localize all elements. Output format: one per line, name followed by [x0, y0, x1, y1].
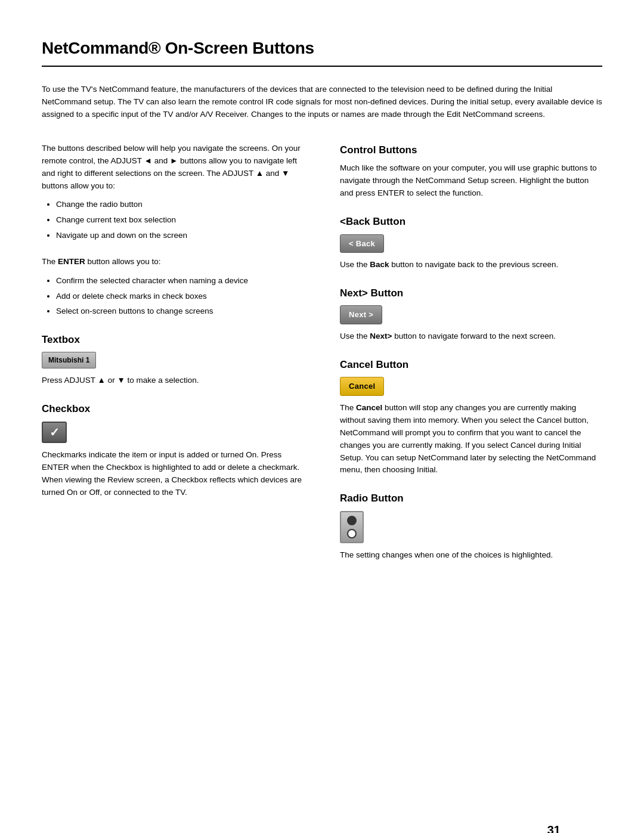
- list-item: Add or delete check marks in check boxes: [56, 290, 304, 303]
- back-button-section-title: <Back Button: [340, 214, 602, 230]
- back-button-section: <Back Button < Back Use the Back button …: [340, 214, 602, 271]
- nav-bullet-list: Change the radio button Change current t…: [42, 198, 304, 241]
- checkmark-icon: ✓: [49, 423, 60, 441]
- textbox-mockup: Mitsubishi 1: [42, 352, 96, 368]
- title-divider: [42, 66, 602, 67]
- cancel-bold: Cancel: [356, 403, 382, 412]
- intro-paragraph: To use the TV's NetCommand feature, the …: [42, 83, 602, 121]
- checkbox-description: Checkmarks indicate the item or input is…: [42, 449, 304, 499]
- checkbox-mockup: ✓: [42, 422, 67, 443]
- radio-circle-empty: [347, 529, 357, 538]
- next-button-mockup: Next >: [340, 305, 382, 324]
- checkbox-section: Checkbox ✓ Checkmarks indicate the item …: [42, 401, 304, 498]
- enter-button-section: The ENTER button allows you to: Confirm …: [42, 256, 304, 318]
- next-button-section-title: Next> Button: [340, 286, 602, 301]
- nav-intro-text: The buttons described below will help yo…: [42, 143, 304, 193]
- radio-button-section-title: Radio Button: [340, 491, 602, 506]
- next-bold: Next>: [370, 332, 392, 340]
- back-button-description: Use the Back button to navigate back to …: [340, 259, 602, 271]
- radio-item-2: [347, 529, 357, 538]
- list-item: Confirm the selected character when nami…: [56, 274, 304, 287]
- textbox-section: Textbox Mitsubishi 1 Press ADJUST ▲ or ▼…: [42, 332, 304, 387]
- radio-circle-filled: [347, 516, 357, 525]
- textbox-section-title: Textbox: [42, 332, 304, 348]
- page-title: NetCommand® On-Screen Buttons: [42, 36, 602, 61]
- list-item: Change the radio button: [56, 198, 304, 211]
- list-item: Navigate up and down on the screen: [56, 229, 304, 242]
- radio-button-description: The setting changes when one of the choi…: [340, 549, 602, 562]
- main-content: The buttons described below will help yo…: [42, 143, 602, 576]
- next-button-section: Next> Button Next > Use the Next> button…: [340, 286, 602, 343]
- control-buttons-description: Much like the software on your computer,…: [340, 162, 602, 200]
- navigation-intro-section: The buttons described below will help yo…: [42, 143, 304, 241]
- enter-intro-text: The ENTER button allows you to:: [42, 256, 304, 268]
- back-button-mockup: < Back: [340, 234, 384, 253]
- checkbox-section-title: Checkbox: [42, 401, 304, 417]
- radio-button-section: Radio Button The setting changes when on…: [340, 491, 602, 561]
- back-bold: Back: [370, 260, 389, 269]
- page-number: 31: [547, 821, 561, 833]
- cancel-button-mockup: Cancel: [340, 377, 384, 396]
- radio-button-mockup: [340, 511, 364, 543]
- list-item: Select on-screen buttons to change scree…: [56, 305, 304, 318]
- enter-bullet-list: Confirm the selected character when nami…: [42, 274, 304, 318]
- control-buttons-section: Control Buttons Much like the software o…: [340, 143, 602, 200]
- control-buttons-title: Control Buttons: [340, 143, 602, 158]
- radio-item-1: [347, 516, 357, 525]
- textbox-description: Press ADJUST ▲ or ▼ to make a selection.: [42, 374, 304, 387]
- left-column: The buttons described below will help yo…: [42, 143, 304, 576]
- cancel-button-section-title: Cancel Button: [340, 357, 602, 373]
- cancel-button-section: Cancel Button Cancel The Cancel button w…: [340, 357, 602, 477]
- cancel-button-description: The Cancel button will stop any changes …: [340, 402, 602, 477]
- next-button-description: Use the Next> button to navigate forward…: [340, 330, 602, 343]
- right-column: Control Buttons Much like the software o…: [340, 143, 602, 576]
- list-item: Change current text box selection: [56, 213, 304, 227]
- enter-bold-label: ENTER: [58, 257, 85, 266]
